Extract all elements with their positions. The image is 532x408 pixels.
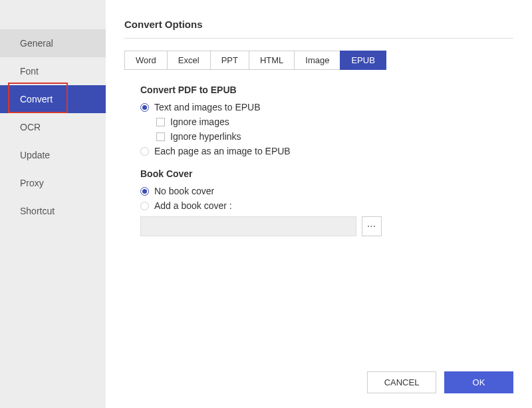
- sidebar-item-general[interactable]: General: [0, 29, 106, 57]
- section-convert-epub: Convert PDF to EPUB Text and images to E…: [140, 85, 513, 156]
- option-label: Add a book cover :: [154, 200, 232, 211]
- sidebar-item-label: Font: [20, 66, 39, 77]
- option-no-cover[interactable]: No book cover: [140, 186, 513, 196]
- section-title-cover: Book Cover: [140, 168, 513, 179]
- sidebar-item-label: Convert: [20, 94, 53, 104]
- cover-path-input[interactable]: [140, 216, 356, 236]
- sidebar-item-update[interactable]: Update: [0, 141, 106, 169]
- section-title-convert: Convert PDF to EPUB: [140, 85, 513, 95]
- tab-excel[interactable]: Excel: [167, 51, 210, 70]
- ellipsis-icon: ···: [367, 222, 376, 231]
- option-label: Ignore hyperlinks: [170, 131, 241, 142]
- checkbox-icon[interactable]: [156, 118, 165, 126]
- section-book-cover: Book Cover No book cover Add a book cove…: [140, 168, 513, 236]
- dialog-footer: CANCEL OK: [367, 371, 513, 393]
- cover-path-row: ···: [140, 216, 513, 236]
- option-text-images[interactable]: Text and images to EPUB: [140, 102, 513, 112]
- option-ignore-images[interactable]: Ignore images: [156, 116, 513, 127]
- page-title: Convert Options: [124, 19, 513, 30]
- sidebar-item-font[interactable]: Font: [0, 57, 106, 85]
- radio-icon[interactable]: [140, 147, 149, 156]
- option-label: No book cover: [154, 186, 214, 196]
- option-each-page-image[interactable]: Each page as an image to EPUB: [140, 146, 513, 156]
- settings-sidebar: General Font Convert OCR Update Proxy Sh…: [0, 29, 106, 225]
- ok-button[interactable]: OK: [444, 371, 513, 393]
- option-label: Each page as an image to EPUB: [154, 146, 291, 156]
- tab-epub[interactable]: EPUB: [340, 51, 386, 70]
- sidebar-item-label: OCR: [20, 122, 41, 132]
- option-add-cover[interactable]: Add a book cover :: [140, 200, 513, 211]
- format-tabs: Word Excel PPT HTML Image EPUB: [124, 51, 513, 70]
- tab-word[interactable]: Word: [124, 51, 167, 70]
- sidebar-item-proxy[interactable]: Proxy: [0, 169, 106, 197]
- sidebar-item-label: Update: [20, 150, 50, 160]
- sidebar-item-ocr[interactable]: OCR: [0, 113, 106, 141]
- option-ignore-hyperlinks[interactable]: Ignore hyperlinks: [156, 131, 513, 142]
- browse-button[interactable]: ···: [362, 216, 382, 236]
- tab-html[interactable]: HTML: [249, 51, 294, 70]
- sidebar-item-shortcut[interactable]: Shortcut: [0, 197, 106, 225]
- sidebar-item-label: Shortcut: [20, 206, 55, 216]
- tab-image[interactable]: Image: [294, 51, 340, 70]
- checkbox-icon[interactable]: [156, 132, 165, 141]
- option-label: Ignore images: [170, 116, 229, 127]
- divider: [124, 38, 513, 39]
- tab-ppt[interactable]: PPT: [210, 51, 249, 70]
- radio-icon[interactable]: [140, 187, 149, 196]
- radio-icon[interactable]: [140, 202, 149, 210]
- sidebar-item-convert[interactable]: Convert: [0, 85, 106, 113]
- sidebar-item-label: Proxy: [20, 178, 44, 188]
- option-label: Text and images to EPUB: [154, 102, 261, 112]
- sidebar-item-label: General: [20, 38, 53, 49]
- cancel-button[interactable]: CANCEL: [367, 371, 436, 393]
- main-panel: Convert Options Word Excel PPT HTML Imag…: [106, 0, 532, 408]
- radio-icon[interactable]: [140, 103, 149, 112]
